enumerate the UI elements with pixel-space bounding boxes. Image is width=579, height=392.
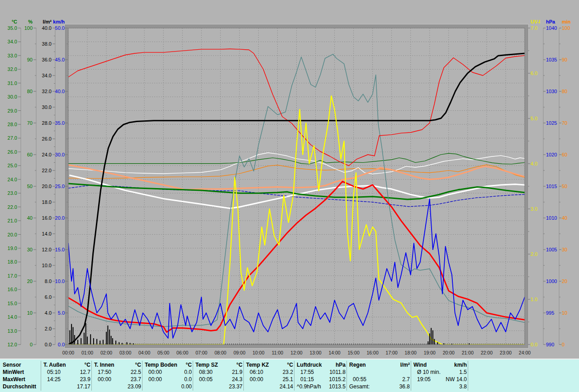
svg-text:28.0: 28.0 (42, 120, 52, 126)
table-min-value: 12.7 (80, 369, 90, 375)
svg-text:14:00: 14:00 (328, 350, 340, 355)
table-avg-value: 3.8 (459, 383, 467, 390)
table-sensor-name: T. Innen (94, 362, 114, 368)
svg-text:4.0: 4.0 (45, 310, 52, 316)
svg-text:7.0: 7.0 (531, 25, 537, 31)
svg-text:1000: 1000 (546, 279, 557, 284)
svg-text:13:00: 13:00 (309, 350, 321, 355)
svg-text:1035: 1035 (546, 57, 557, 62)
svg-text:02:00: 02:00 (100, 350, 112, 355)
svg-text:21.0: 21.0 (8, 218, 17, 223)
svg-text:13.0: 13.0 (8, 328, 17, 334)
svg-text:100: 100 (24, 25, 33, 31)
svg-text:20.0: 20.0 (8, 232, 17, 237)
svg-text:07:00: 07:00 (195, 350, 207, 355)
svg-text:12.0: 12.0 (42, 247, 52, 252)
svg-text:32.0: 32.0 (8, 66, 17, 72)
svg-text:18.0: 18.0 (8, 259, 17, 264)
svg-text:1015: 1015 (546, 184, 557, 189)
svg-text:100: 100 (562, 25, 570, 31)
table-max-value: 23.9 (80, 376, 90, 383)
table-sensor-name: Regen (349, 362, 366, 368)
table-min-value: 21.9 (232, 369, 242, 375)
table-min-value: 0.0 (184, 369, 192, 375)
table-sensor-name: Temp Boden (145, 362, 177, 368)
table-column-separator (411, 361, 411, 391)
svg-text:27.0: 27.0 (8, 135, 17, 141)
svg-text:12:00: 12:00 (290, 350, 302, 355)
svg-text:5.0: 5.0 (531, 116, 537, 121)
svg-text:40: 40 (562, 215, 567, 221)
table-max-value: 25.1 (283, 376, 293, 383)
table-avg-value: 1013.5 (329, 383, 346, 390)
table-sensor-name: Wind (413, 362, 427, 368)
svg-text:20: 20 (27, 279, 33, 284)
svg-text:11:00: 11:00 (272, 350, 284, 355)
table-max-time: 00:00 (250, 376, 263, 383)
svg-text:34.0: 34.0 (8, 39, 17, 44)
svg-text:08:00: 08:00 (214, 350, 226, 355)
table-column-separator (193, 361, 193, 391)
svg-text:90: 90 (562, 57, 567, 62)
table-min-time: 05:10 (47, 369, 61, 375)
svg-text:6.0: 6.0 (531, 71, 537, 76)
table-max-value: 0.0 (184, 376, 192, 383)
svg-text:35.0: 35.0 (8, 25, 17, 31)
table-min-time: Ø 10 min. (417, 369, 441, 375)
table-max-time: 01:15 (300, 376, 314, 383)
table-sensor-unit: °C (237, 362, 242, 368)
svg-text:10: 10 (27, 310, 33, 316)
table-min-value: 23.2 (283, 369, 293, 375)
svg-text:00:00: 00:00 (62, 350, 74, 355)
svg-text:50: 50 (27, 184, 33, 189)
svg-text:16.0: 16.0 (8, 287, 17, 292)
table-min-time: 17:50 (98, 369, 111, 375)
table-sensor-unit: hPa (336, 362, 346, 368)
svg-text:4.0: 4.0 (531, 161, 537, 166)
svg-text:80: 80 (27, 89, 33, 94)
table-column-separator (142, 361, 142, 391)
svg-text:10.0: 10.0 (42, 263, 52, 268)
svg-text:30.0: 30.0 (42, 104, 52, 110)
table-max-value: 23.7 (131, 376, 141, 383)
svg-text:17.0: 17.0 (8, 273, 17, 279)
svg-text:23:00: 23:00 (500, 350, 512, 355)
svg-text:1.0: 1.0 (531, 297, 537, 302)
svg-text:23.0: 23.0 (8, 190, 17, 196)
table-row-label: MaxWert (3, 376, 25, 383)
table-row-label: MinWert (3, 369, 24, 375)
svg-text:18.0: 18.0 (42, 199, 52, 205)
svg-text:20: 20 (562, 279, 567, 284)
table-min-value: 1.5 (459, 369, 467, 375)
svg-text:45.0: 45.0 (55, 57, 65, 62)
table-avg-label: Gesamt: (349, 383, 370, 390)
svg-text:30.0: 30.0 (8, 94, 17, 99)
svg-text:50.0: 50.0 (55, 25, 65, 31)
svg-text:1010: 1010 (546, 215, 557, 221)
svg-text:33.0: 33.0 (8, 53, 17, 58)
svg-text:90: 90 (27, 57, 33, 62)
statistics-table: SensorMinWertMaxWertDurchschnittT. Außen… (0, 359, 579, 392)
svg-text:70: 70 (562, 120, 567, 126)
svg-text:25.0: 25.0 (8, 163, 17, 168)
table-min-value: 22.5 (131, 369, 141, 375)
svg-text:40.0: 40.0 (55, 89, 65, 94)
svg-text:03:00: 03:00 (119, 350, 131, 355)
svg-text:32.0: 32.0 (42, 89, 52, 94)
svg-text:40.0: 40.0 (42, 25, 52, 31)
table-sensor-name: Temp SZ (195, 362, 218, 368)
svg-text:24:00: 24:00 (519, 350, 531, 355)
svg-text:04:00: 04:00 (138, 350, 150, 355)
svg-text:%: % (28, 19, 33, 24)
table-column-separator (91, 361, 92, 391)
table-column-separator (346, 361, 347, 391)
table-avg-label: ^0.9hPa/h (297, 383, 321, 390)
svg-text:0.0: 0.0 (58, 342, 65, 347)
svg-text:1025: 1025 (546, 120, 557, 126)
svg-text:2.0: 2.0 (531, 251, 537, 257)
svg-text:16:00: 16:00 (367, 350, 379, 355)
svg-text:38.0: 38.0 (42, 41, 52, 47)
svg-text:25.0: 25.0 (55, 184, 65, 189)
svg-text:19:00: 19:00 (424, 350, 436, 355)
svg-text:20:00: 20:00 (443, 350, 455, 355)
